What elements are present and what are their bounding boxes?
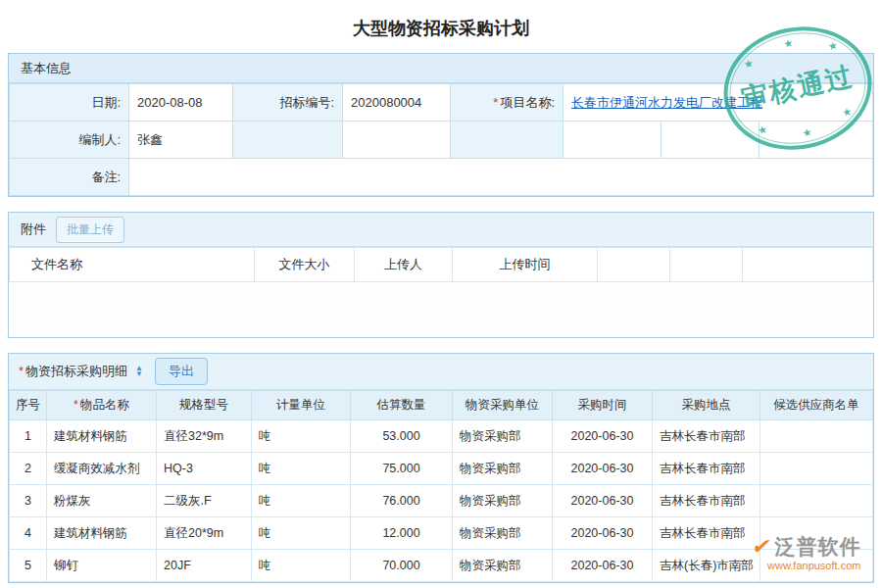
table-cell: 物资采购部 (453, 517, 553, 550)
empty-label-cell (233, 122, 343, 159)
table-cell (760, 517, 873, 550)
attachments-column-header (743, 248, 873, 282)
table-cell: 铆钉 (47, 550, 157, 582)
required-asterisk: * (19, 364, 24, 378)
batch-upload-button[interactable]: 批量上传 (56, 217, 124, 243)
attachments-header-bar: 附件 批量上传 (9, 213, 873, 247)
compiler-label: 编制人: (10, 122, 129, 159)
table-cell: 缓凝商效减水剂 (47, 453, 157, 485)
attachments-column-header: 上传人 (355, 248, 453, 282)
attachments-section: 附件 批量上传 文件名称文件大小上传人上传时间 (8, 212, 874, 338)
project-name-cell: 长春市伊通河水力发电厂改建工程 (564, 84, 873, 122)
details-column-header: 候选供应商名单 (760, 391, 873, 420)
attachments-tab[interactable]: 附件 (21, 220, 46, 238)
empty-value-cell (662, 122, 760, 159)
attachments-header-row: 文件名称文件大小上传人上传时间 (10, 248, 873, 282)
empty-value-cell (564, 122, 662, 159)
export-button[interactable]: 导出 (155, 358, 208, 385)
table-cell: 吨 (252, 550, 351, 582)
details-table: 序号*物品名称规格型号计量单位估算数量物资采购单位采购时间采购地点候选供应商名单… (9, 390, 873, 582)
table-cell: 直径32*9m (157, 420, 252, 453)
table-cell: 2020-06-30 (553, 485, 653, 517)
table-cell (760, 420, 873, 453)
table-cell: 2020-06-30 (553, 550, 653, 582)
details-column-header: *物品名称 (47, 391, 157, 420)
project-name-link[interactable]: 长春市伊通河水力发电厂改建工程 (571, 95, 762, 110)
table-cell: 76.000 (351, 485, 453, 517)
table-cell (760, 550, 873, 582)
table-cell: 建筑材料钢筋 (47, 517, 157, 550)
details-column-header: 采购时间 (553, 391, 653, 420)
basic-info-section: 基本信息 日期: 2020-08-08 招标编号: 2020080004 *项目… (8, 53, 874, 197)
attachments-empty-body (9, 282, 873, 337)
table-cell: 75.000 (351, 453, 453, 485)
details-section-title: *物资招标采购明细 (19, 363, 127, 380)
table-cell: 粉煤灰 (47, 485, 157, 517)
table-row: 5铆钉20JF吨70.000物资采购部2020-06-30吉林(长春)市南部 (10, 550, 873, 582)
date-label: 日期: (10, 84, 129, 122)
table-row: 3粉煤灰二级灰.F吨76.000物资采购部2020-06-30吉林长春市南部 (10, 485, 873, 517)
table-cell: 吉林长春市南部 (653, 420, 760, 453)
table-cell: 12.000 (351, 517, 453, 550)
details-column-header: 物资采购单位 (453, 391, 553, 420)
project-name-label-text: 项目名称: (500, 95, 555, 110)
attachments-column-header: 文件名称 (10, 248, 255, 282)
table-cell: 吉林长春市南部 (653, 517, 760, 550)
empty-value-cell (760, 122, 873, 159)
attachments-column-header: 上传时间 (453, 248, 598, 282)
compiler-value: 张鑫 (129, 122, 233, 159)
table-cell: 物资采购部 (453, 453, 553, 485)
project-name-label: *项目名称: (451, 84, 564, 122)
attachments-table: 文件名称文件大小上传人上传时间 (9, 247, 873, 282)
table-cell: 建筑材料钢筋 (47, 420, 157, 453)
details-column-header: 计量单位 (252, 391, 351, 420)
remark-value (129, 159, 873, 196)
table-cell: 吨 (252, 485, 351, 517)
table-cell: 3 (10, 485, 47, 517)
details-section-title-text: 物资招标采购明细 (25, 364, 127, 378)
details-column-header: 序号 (10, 391, 47, 420)
table-cell: 吉林长春市南部 (653, 485, 760, 517)
table-cell (760, 453, 873, 485)
details-header-bar: *物资招标采购明细 ▲▼ 导出 (9, 354, 873, 390)
basic-info-section-header: 基本信息 (9, 54, 873, 83)
table-cell: 1 (10, 420, 47, 453)
table-cell: 53.000 (351, 420, 453, 453)
table-cell: 二级灰.F (157, 485, 252, 517)
table-cell: 4 (10, 517, 47, 550)
table-cell: 吨 (252, 453, 351, 485)
details-section: *物资招标采购明细 ▲▼ 导出 序号*物品名称规格型号计量单位估算数量物资采购单… (8, 353, 874, 583)
required-asterisk: * (74, 398, 78, 412)
table-cell: 吉林(长春)市南部 (653, 550, 760, 582)
table-cell: HQ-3 (157, 453, 252, 485)
details-column-header: 采购地点 (653, 391, 760, 420)
table-cell: 70.000 (351, 550, 453, 582)
table-cell (760, 485, 873, 517)
table-row: 1建筑材料钢筋直径32*9m吨53.000物资采购部2020-06-30吉林长春… (10, 420, 873, 453)
table-cell: 吨 (252, 517, 351, 550)
table-cell: 2020-06-30 (553, 420, 653, 453)
table-cell: 5 (10, 550, 47, 582)
empty-label-cell (451, 122, 564, 159)
table-cell: 2020-06-30 (553, 517, 653, 550)
remark-label: 备注: (10, 159, 129, 196)
empty-value-cell (343, 122, 451, 159)
table-cell: 2020-06-30 (553, 453, 653, 485)
table-cell: 物资采购部 (453, 485, 553, 517)
sort-icon[interactable]: ▲▼ (135, 366, 143, 377)
table-cell: 物资采购部 (453, 420, 553, 453)
bid-no-label: 招标编号: (233, 84, 343, 122)
attachments-column-header (598, 248, 670, 282)
details-column-header: 规格型号 (157, 391, 252, 420)
details-header-row: 序号*物品名称规格型号计量单位估算数量物资采购单位采购时间采购地点候选供应商名单 (10, 391, 873, 420)
bid-no-value: 2020080004 (343, 84, 451, 122)
table-cell: 直径20*9m (157, 517, 252, 550)
date-value: 2020-08-08 (129, 84, 233, 122)
table-cell: 2 (10, 453, 47, 485)
table-cell: 20JF (157, 550, 252, 582)
required-asterisk: * (493, 95, 498, 110)
details-column-header: 估算数量 (351, 391, 453, 420)
table-row: 2缓凝商效减水剂HQ-3吨75.000物资采购部2020-06-30吉林长春市南… (10, 453, 873, 485)
table-cell: 物资采购部 (453, 550, 553, 582)
page-title: 大型物资招标采购计划 (0, 0, 882, 53)
